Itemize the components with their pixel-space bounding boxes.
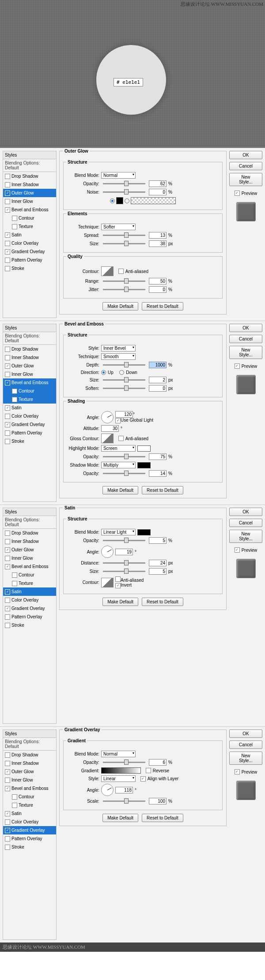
gradient-picker[interactable] bbox=[101, 767, 141, 774]
contour-picker[interactable] bbox=[101, 266, 114, 276]
satin-color-swatch[interactable] bbox=[137, 529, 151, 535]
style-checkbox[interactable] bbox=[5, 363, 10, 369]
style-drop-shadow[interactable]: Drop Shadow bbox=[3, 345, 56, 353]
reverse-checkbox[interactable] bbox=[146, 768, 151, 773]
style-checkbox[interactable] bbox=[5, 769, 10, 774]
contour-picker[interactable] bbox=[101, 578, 114, 587]
opacity-input[interactable] bbox=[149, 537, 167, 544]
depth-slider[interactable] bbox=[103, 364, 145, 366]
soften-slider[interactable] bbox=[103, 388, 145, 389]
size-slider[interactable] bbox=[103, 243, 145, 244]
style-outer-glow[interactable]: Outer Glow bbox=[3, 767, 56, 776]
ok-button[interactable]: OK bbox=[229, 508, 262, 516]
style-checkbox[interactable] bbox=[5, 199, 10, 204]
style-stroke[interactable]: Stroke bbox=[3, 264, 56, 273]
technique-dropdown[interactable]: Softer bbox=[101, 224, 136, 230]
new-style-button[interactable]: New Style... bbox=[229, 346, 262, 359]
style-checkbox[interactable] bbox=[12, 803, 17, 808]
range-slider[interactable] bbox=[103, 281, 145, 282]
direction-down-radio[interactable] bbox=[119, 370, 124, 375]
reset-default-button[interactable]: Reset to Default bbox=[142, 486, 183, 494]
distance-slider[interactable] bbox=[103, 562, 145, 564]
make-default-button[interactable]: Make Default bbox=[102, 486, 138, 494]
style-checkbox[interactable] bbox=[5, 241, 10, 246]
new-style-button[interactable]: New Style... bbox=[229, 530, 262, 543]
styles-header[interactable]: Styles bbox=[3, 151, 56, 159]
style-checkbox[interactable] bbox=[5, 556, 10, 561]
direction-up-radio[interactable] bbox=[101, 370, 106, 375]
preview-checkbox[interactable] bbox=[235, 191, 240, 196]
glow-gradient-picker[interactable] bbox=[131, 197, 176, 204]
range-input[interactable] bbox=[149, 278, 167, 284]
style-drop-shadow[interactable]: Drop Shadow bbox=[3, 751, 56, 759]
global-light-checkbox[interactable] bbox=[115, 418, 121, 423]
anti-aliased-checkbox[interactable] bbox=[115, 576, 121, 582]
style-checkbox[interactable] bbox=[5, 836, 10, 842]
preview-checkbox[interactable] bbox=[235, 769, 240, 774]
style-bevel-and-emboss[interactable]: Bevel and Emboss bbox=[3, 784, 56, 793]
style-checkbox[interactable] bbox=[5, 598, 10, 603]
style-texture[interactable]: Texture bbox=[3, 579, 56, 587]
glow-gradient-radio[interactable] bbox=[125, 198, 129, 203]
gradient-style-dropdown[interactable]: Linear bbox=[101, 775, 136, 782]
style-checkbox[interactable] bbox=[5, 347, 10, 352]
style-checkbox[interactable] bbox=[12, 389, 17, 394]
cancel-button[interactable]: Cancel bbox=[229, 335, 262, 343]
shadow-opacity-input[interactable] bbox=[149, 470, 167, 477]
spread-input[interactable] bbox=[149, 232, 167, 239]
style-checkbox[interactable] bbox=[5, 355, 10, 360]
size-input[interactable] bbox=[149, 377, 167, 383]
style-color-overlay[interactable]: Color Overlay bbox=[3, 596, 56, 604]
style-checkbox[interactable] bbox=[5, 405, 10, 411]
style-checkbox[interactable] bbox=[5, 778, 10, 783]
angle-input[interactable] bbox=[115, 411, 133, 418]
style-checkbox[interactable] bbox=[5, 207, 10, 213]
reset-default-button[interactable]: Reset to Default bbox=[142, 814, 183, 822]
bevel-style-dropdown[interactable]: Inner Bevel bbox=[101, 345, 136, 352]
style-bevel-and-emboss[interactable]: Bevel and Emboss bbox=[3, 378, 56, 387]
size-input[interactable] bbox=[149, 240, 167, 247]
style-checkbox[interactable] bbox=[12, 397, 17, 402]
style-checkbox[interactable] bbox=[5, 439, 10, 444]
reset-default-button[interactable]: Reset to Default bbox=[142, 598, 183, 606]
style-checkbox[interactable] bbox=[5, 819, 10, 825]
style-outer-glow[interactable]: Outer Glow bbox=[3, 189, 56, 197]
style-checkbox[interactable] bbox=[5, 547, 10, 553]
style-checkbox[interactable] bbox=[5, 182, 10, 187]
style-gradient-overlay[interactable]: Gradient Overlay bbox=[3, 420, 56, 429]
glow-color-radio[interactable] bbox=[110, 198, 115, 203]
glow-color-swatch[interactable] bbox=[116, 197, 123, 204]
make-default-button[interactable]: Make Default bbox=[102, 814, 138, 822]
blending-options-default[interactable]: Blending Options: Default bbox=[3, 159, 56, 172]
style-checkbox[interactable] bbox=[5, 539, 10, 544]
style-checkbox[interactable] bbox=[5, 786, 10, 791]
style-contour[interactable]: Contour bbox=[3, 793, 56, 801]
style-checkbox[interactable] bbox=[5, 372, 10, 377]
style-checkbox[interactable] bbox=[12, 224, 17, 229]
align-layer-checkbox[interactable] bbox=[140, 776, 146, 782]
style-stroke[interactable]: Stroke bbox=[3, 621, 56, 629]
style-checkbox[interactable] bbox=[5, 845, 10, 850]
style-contour[interactable]: Contour bbox=[3, 571, 56, 579]
highlight-color-swatch[interactable] bbox=[137, 445, 151, 452]
invert-checkbox[interactable] bbox=[115, 583, 121, 588]
style-checkbox[interactable] bbox=[5, 430, 10, 436]
style-checkbox[interactable] bbox=[12, 216, 17, 221]
style-checkbox[interactable] bbox=[12, 794, 17, 800]
style-checkbox[interactable] bbox=[5, 614, 10, 620]
size-slider[interactable] bbox=[103, 571, 145, 572]
ok-button[interactable]: OK bbox=[229, 151, 262, 159]
style-checkbox[interactable] bbox=[5, 414, 10, 419]
style-satin[interactable]: Satin bbox=[3, 809, 56, 818]
opacity-input[interactable] bbox=[149, 180, 167, 187]
spread-slider[interactable] bbox=[103, 235, 145, 236]
style-checkbox[interactable] bbox=[12, 581, 17, 586]
angle-input[interactable] bbox=[115, 549, 133, 555]
style-texture[interactable]: Texture bbox=[3, 222, 56, 231]
distance-input[interactable] bbox=[149, 560, 167, 566]
style-stroke[interactable]: Stroke bbox=[3, 437, 56, 445]
style-contour[interactable]: Contour bbox=[3, 214, 56, 222]
style-inner-glow[interactable]: Inner Glow bbox=[3, 776, 56, 784]
style-inner-glow[interactable]: Inner Glow bbox=[3, 370, 56, 378]
style-inner-glow[interactable]: Inner Glow bbox=[3, 554, 56, 562]
